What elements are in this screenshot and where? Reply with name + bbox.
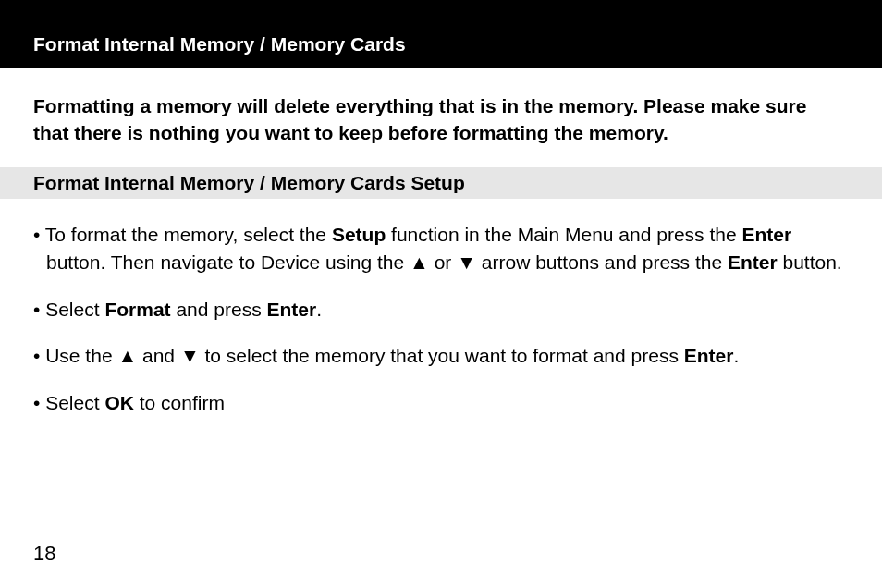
- warning-text: Formatting a memory will delete everythi…: [0, 68, 882, 167]
- text-fragment: .: [316, 299, 322, 320]
- text-fragment: button. Then navigate to Device using th…: [46, 251, 728, 273]
- page-title: Format Internal Memory / Memory Cards: [33, 33, 406, 55]
- instructions-content: • To format the memory, select the Setup…: [0, 199, 882, 417]
- text-fragment: • Select: [33, 299, 104, 320]
- bold-enter: Enter: [266, 299, 316, 320]
- instruction-step-4: • Select OK to confirm: [33, 389, 849, 417]
- bold-enter: Enter: [741, 224, 791, 245]
- text-fragment: • Select: [33, 392, 104, 413]
- section-subheader: Format Internal Memory / Memory Cards Se…: [0, 167, 882, 199]
- text-fragment: and press: [171, 299, 267, 320]
- text-fragment: • Use the ▲ and ▼ to select the memory t…: [33, 345, 684, 366]
- page-number: 18: [33, 542, 55, 566]
- bold-format: Format: [104, 299, 170, 320]
- bold-ok: OK: [104, 392, 134, 413]
- text-fragment: button.: [778, 251, 842, 273]
- text-fragment: .: [733, 345, 739, 366]
- bold-setup: Setup: [332, 224, 386, 245]
- bold-enter: Enter: [728, 251, 778, 273]
- instruction-step-1: • To format the memory, select the Setup…: [33, 221, 849, 277]
- text-fragment: function in the Main Menu and press the: [386, 224, 741, 245]
- instruction-step-2: • Select Format and press Enter.: [33, 296, 849, 324]
- text-fragment: • To format the memory, select the: [33, 224, 332, 245]
- subheader-title: Format Internal Memory / Memory Cards Se…: [33, 172, 465, 193]
- bold-enter: Enter: [684, 345, 734, 366]
- page-header: Format Internal Memory / Memory Cards: [0, 0, 882, 68]
- instruction-step-3: • Use the ▲ and ▼ to select the memory t…: [33, 342, 849, 370]
- text-fragment: to confirm: [134, 392, 225, 413]
